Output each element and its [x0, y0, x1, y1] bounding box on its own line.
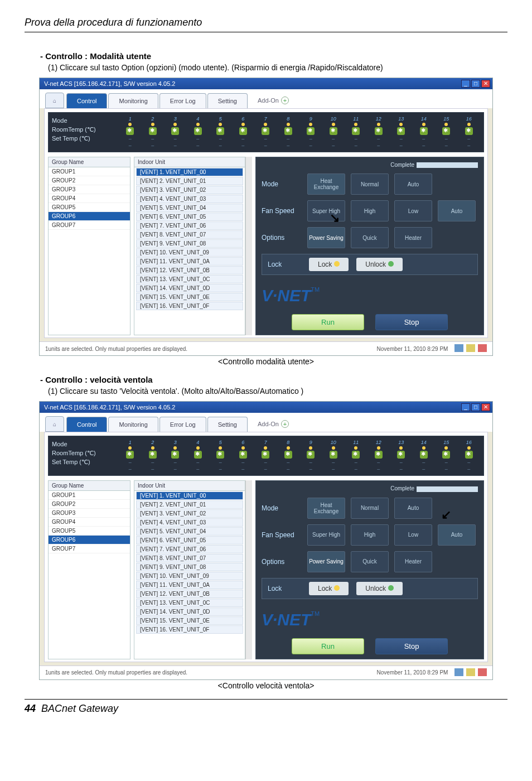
- unit-strip-cell[interactable]: 12 – –: [367, 440, 390, 472]
- unit-strip-cell[interactable]: 11 – –: [345, 116, 367, 148]
- unit-strip-cell[interactable]: 9 – –: [299, 116, 322, 148]
- tab-setting[interactable]: Setting: [207, 93, 248, 108]
- tray-icon-1[interactable]: [454, 668, 463, 676]
- unit-list-item[interactable]: [VENT] 4. VENT_UNIT_03: [136, 518, 243, 527]
- unit-list-item[interactable]: [VENT] 10. VENT_UNIT_09: [136, 248, 243, 257]
- unit-strip-cell[interactable]: 10 – –: [322, 116, 345, 148]
- group-list-item[interactable]: GROUP7: [49, 544, 130, 553]
- fan-option-superhigh[interactable]: Super High: [307, 524, 345, 546]
- unit-list-item[interactable]: [VENT] 8. VENT_UNIT_07: [136, 230, 243, 239]
- unit-list-item[interactable]: [VENT] 1. VENT_UNIT_00: [136, 168, 243, 176]
- stop-button[interactable]: Stop: [375, 314, 448, 330]
- run-button[interactable]: Run: [292, 314, 364, 330]
- unit-strip-cell[interactable]: 2 – –: [142, 440, 165, 472]
- unit-strip-cell[interactable]: 3 – –: [164, 440, 187, 472]
- unit-strip-cell[interactable]: 1 – –: [119, 116, 142, 148]
- home-button[interactable]: ⌂: [45, 93, 64, 108]
- mode-option-heatexchange[interactable]: Heat Exchange: [307, 173, 345, 195]
- tab-errorlog[interactable]: Error Log: [159, 93, 206, 108]
- unit-strip-cell[interactable]: 15 – –: [435, 116, 458, 148]
- close-icon[interactable]: ✕: [481, 403, 490, 411]
- fan-option-high[interactable]: High: [351, 524, 389, 546]
- stop-button[interactable]: Stop: [375, 638, 448, 654]
- unit-list-item[interactable]: [VENT] 2. VENT_UNIT_01: [136, 500, 243, 509]
- group-list-item[interactable]: GROUP3: [49, 509, 130, 518]
- tab-errorlog[interactable]: Error Log: [159, 417, 206, 432]
- unit-list-item[interactable]: [VENT] 5. VENT_UNIT_04: [136, 527, 243, 536]
- unlock-button[interactable]: Unlock: [356, 582, 403, 595]
- tab-control[interactable]: Control: [66, 93, 107, 108]
- tab-addon[interactable]: Add-On +: [252, 93, 294, 108]
- unit-strip-cell[interactable]: 7 – –: [254, 440, 277, 472]
- unit-list-item[interactable]: [VENT] 2. VENT_UNIT_01: [136, 177, 243, 185]
- tab-monitoring[interactable]: Monitoring: [108, 93, 158, 108]
- unit-list-item[interactable]: [VENT] 12. VENT_UNIT_0B: [136, 266, 243, 274]
- group-list-item[interactable]: GROUP4: [49, 194, 130, 203]
- unit-list-item[interactable]: [VENT] 3. VENT_UNIT_02: [136, 509, 243, 518]
- tab-monitoring[interactable]: Monitoring: [108, 417, 158, 432]
- unit-list-item[interactable]: [VENT] 1. VENT_UNIT_00: [136, 491, 243, 500]
- unit-strip-cell[interactable]: 14 – –: [413, 116, 436, 148]
- unit-list-item[interactable]: [VENT] 10. VENT_UNIT_09: [136, 572, 243, 580]
- unit-strip-cell[interactable]: 16 – –: [458, 440, 481, 472]
- scrollbar[interactable]: [245, 157, 252, 335]
- tab-setting[interactable]: Setting: [207, 417, 248, 432]
- unit-strip-cell[interactable]: 3 – –: [164, 116, 187, 148]
- group-list-item[interactable]: GROUP2: [49, 500, 130, 509]
- unit-list-item[interactable]: [VENT] 16. VENT_UNIT_0F: [136, 625, 243, 634]
- options-quick[interactable]: Quick: [351, 227, 389, 248]
- group-list-item[interactable]: GROUP2: [49, 176, 130, 185]
- group-list-item[interactable]: GROUP5: [49, 203, 130, 212]
- options-heater[interactable]: Heater: [394, 551, 432, 572]
- unit-list-item[interactable]: [VENT] 14. VENT_UNIT_0D: [136, 284, 243, 292]
- home-button[interactable]: ⌂: [45, 416, 64, 432]
- fan-option-low[interactable]: Low: [394, 524, 432, 546]
- unit-strip-cell[interactable]: 2 – –: [142, 116, 165, 148]
- fan-option-auto[interactable]: Auto: [438, 200, 476, 221]
- maximize-icon[interactable]: □: [471, 403, 480, 411]
- group-list-item[interactable]: GROUP4: [49, 518, 130, 527]
- unit-strip-cell[interactable]: 13 – –: [390, 440, 413, 472]
- group-list-item[interactable]: GROUP6: [49, 212, 130, 221]
- scrollbar[interactable]: [245, 480, 252, 659]
- unit-strip-cell[interactable]: 6 – –: [232, 440, 255, 472]
- unit-list-item[interactable]: [VENT] 3. VENT_UNIT_02: [136, 186, 243, 194]
- options-quick[interactable]: Quick: [351, 551, 389, 572]
- unit-list-item[interactable]: [VENT] 15. VENT_UNIT_0E: [136, 616, 243, 625]
- unit-strip-cell[interactable]: 8 – –: [277, 116, 300, 148]
- fan-option-low[interactable]: Low: [394, 200, 432, 221]
- group-list-item[interactable]: GROUP6: [49, 536, 130, 544]
- unit-list-item[interactable]: [VENT] 6. VENT_UNIT_05: [136, 536, 243, 544]
- unit-list-item[interactable]: [VENT] 7. VENT_UNIT_06: [136, 221, 243, 230]
- group-list-item[interactable]: GROUP7: [49, 221, 130, 230]
- unit-list-item[interactable]: [VENT] 14. VENT_UNIT_0D: [136, 608, 243, 616]
- close-icon[interactable]: ✕: [481, 80, 490, 88]
- tray-icon-1[interactable]: [454, 344, 463, 352]
- unit-strip-cell[interactable]: 10 – –: [322, 440, 345, 472]
- options-power-saving[interactable]: Power Saving: [307, 551, 345, 572]
- unit-strip-cell[interactable]: 12 – –: [367, 116, 390, 148]
- tray-icon-3[interactable]: [478, 344, 487, 352]
- group-list-item[interactable]: GROUP3: [49, 185, 130, 194]
- unit-list-item[interactable]: [VENT] 12. VENT_UNIT_0B: [136, 590, 243, 598]
- unit-strip-cell[interactable]: 13 – –: [390, 116, 413, 148]
- unlock-button[interactable]: Unlock: [356, 258, 403, 271]
- unit-list-item[interactable]: [VENT] 15. VENT_UNIT_0E: [136, 293, 243, 301]
- lock-button[interactable]: Lock: [309, 258, 349, 271]
- tray-icon-2[interactable]: [466, 344, 475, 352]
- maximize-icon[interactable]: □: [471, 80, 480, 88]
- mode-option-heatexchange[interactable]: Heat Exchange: [307, 498, 345, 519]
- options-heater[interactable]: Heater: [394, 227, 432, 248]
- tab-control[interactable]: Control: [66, 417, 107, 432]
- options-power-saving[interactable]: Power Saving: [307, 227, 345, 248]
- unit-list-item[interactable]: [VENT] 7. VENT_UNIT_06: [136, 545, 243, 553]
- group-list-item[interactable]: GROUP5: [49, 527, 130, 536]
- unit-list-item[interactable]: [VENT] 13. VENT_UNIT_0C: [136, 599, 243, 607]
- unit-strip-cell[interactable]: 6 – –: [232, 116, 255, 148]
- unit-list-item[interactable]: [VENT] 13. VENT_UNIT_0C: [136, 275, 243, 283]
- mode-option-normal[interactable]: Normal: [351, 173, 389, 195]
- unit-strip-cell[interactable]: 11 – –: [345, 440, 367, 472]
- tray-icon-2[interactable]: [466, 668, 475, 676]
- unit-list-item[interactable]: [VENT] 11. VENT_UNIT_0A: [136, 257, 243, 266]
- unit-list-item[interactable]: [VENT] 8. VENT_UNIT_07: [136, 554, 243, 562]
